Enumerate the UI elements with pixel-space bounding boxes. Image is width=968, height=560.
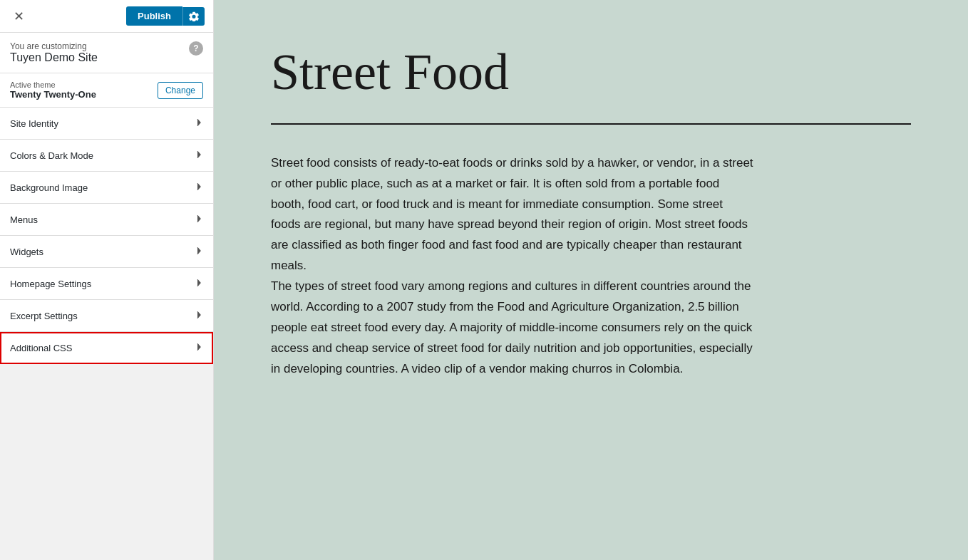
- sidebar-item-excerpt-settings[interactable]: Excerpt Settings: [0, 300, 213, 332]
- sidebar-item-background-image[interactable]: Background Image: [0, 172, 213, 204]
- customizing-label: You are customizing: [10, 41, 98, 51]
- help-icon[interactable]: ?: [189, 41, 203, 56]
- chevron-right-icon: [195, 214, 203, 225]
- sidebar-item-label-menus: Menus: [10, 214, 38, 225]
- sidebar-item-label-colors-dark-mode: Colors & Dark Mode: [10, 150, 93, 161]
- chevron-right-icon: [195, 310, 203, 321]
- sidebar-item-site-identity[interactable]: Site Identity: [0, 108, 213, 140]
- sidebar-item-homepage-settings[interactable]: Homepage Settings: [0, 268, 213, 300]
- page-title: Street Food: [271, 43, 911, 102]
- change-theme-button[interactable]: Change: [158, 82, 203, 99]
- publish-area: Publish: [126, 6, 205, 26]
- sidebar-item-additional-css[interactable]: Additional CSS: [0, 332, 213, 364]
- sidebar-item-label-homepage-settings: Homepage Settings: [10, 279, 91, 289]
- sidebar-item-label-additional-css: Additional CSS: [10, 343, 72, 353]
- customizing-info: You are customizing Tuyen Demo Site ?: [0, 33, 213, 73]
- article-paragraph-2: The types of street food vary among regi…: [271, 276, 756, 379]
- sidebar-item-label-widgets: Widgets: [10, 247, 43, 257]
- main-content: Street Food Street food consists of read…: [214, 0, 968, 560]
- sidebar-item-label-excerpt-settings: Excerpt Settings: [10, 311, 78, 321]
- sidebar-item-widgets[interactable]: Widgets: [0, 236, 213, 268]
- sidebar-item-label-background-image: Background Image: [10, 182, 88, 193]
- chevron-right-icon: [195, 246, 203, 257]
- article-body: Street food consists of ready-to-eat foo…: [271, 153, 756, 380]
- chevron-right-icon: [195, 278, 203, 289]
- sidebar-header: ✕ Publish: [0, 0, 213, 33]
- nav-list: Site IdentityColors & Dark ModeBackgroun…: [0, 108, 213, 560]
- sidebar-item-label-site-identity: Site Identity: [10, 118, 58, 129]
- chevron-right-icon: [195, 342, 203, 353]
- article-paragraph-1: Street food consists of ready-to-eat foo…: [271, 153, 756, 276]
- site-name: Tuyen Demo Site: [10, 51, 98, 64]
- theme-info: Active theme Twenty Twenty-One Change: [0, 73, 213, 108]
- customizing-text: You are customizing Tuyen Demo Site: [10, 41, 98, 64]
- publish-settings-button[interactable]: [182, 7, 205, 26]
- active-theme-label: Active theme: [10, 81, 96, 89]
- theme-name: Twenty Twenty-One: [10, 89, 96, 100]
- title-divider: [271, 123, 911, 125]
- chevron-right-icon: [195, 150, 203, 161]
- chevron-right-icon: [195, 182, 203, 193]
- close-button[interactable]: ✕: [9, 6, 29, 26]
- publish-button[interactable]: Publish: [126, 6, 182, 26]
- chevron-right-icon: [195, 118, 203, 129]
- sidebar-item-menus[interactable]: Menus: [0, 204, 213, 236]
- gear-icon: [189, 11, 199, 21]
- theme-details: Active theme Twenty Twenty-One: [10, 81, 96, 100]
- sidebar-item-colors-dark-mode[interactable]: Colors & Dark Mode: [0, 140, 213, 172]
- sidebar: ✕ Publish You are customizing Tuyen Demo…: [0, 0, 214, 560]
